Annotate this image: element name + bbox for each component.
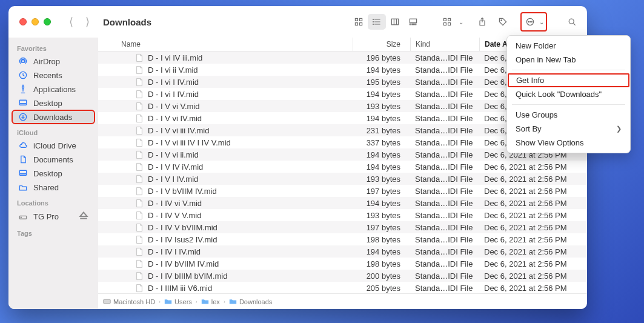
- file-name: D - I vi I IV.mid: [148, 78, 353, 87]
- sidebar-item-recents[interactable]: Recents: [12, 68, 95, 82]
- search-button[interactable]: [563, 14, 581, 30]
- path-segment[interactable]: Users: [164, 298, 192, 305]
- sidebar-item-label: iCloud Drive: [33, 141, 76, 150]
- more-actions-button[interactable]: [523, 14, 537, 30]
- sidebar-item-downloads[interactable]: Downloads: [12, 110, 95, 124]
- file-size: 198 bytes: [353, 235, 410, 244]
- file-kind: Standa…IDI File: [410, 199, 479, 208]
- menu-item-show-view-options[interactable]: Show View Options: [507, 136, 630, 150]
- file-kind: Standa…IDI File: [410, 284, 479, 293]
- file-kind: Standa…IDI File: [410, 235, 479, 244]
- file-size: 197 bytes: [353, 187, 410, 196]
- file-kind: Standa…IDI File: [410, 223, 479, 232]
- file-row[interactable]: D - I IIIM iii V6.mid205 bytesStanda…IDI…: [98, 282, 587, 293]
- svg-point-9: [373, 24, 374, 25]
- file-kind: Standa…IDI File: [410, 247, 479, 256]
- file-kind: Standa…IDI File: [410, 78, 479, 87]
- view-icon-grid[interactable]: [350, 14, 368, 30]
- menu-item-sort-by[interactable]: Sort By❯: [507, 122, 630, 136]
- sidebar-item-desktop[interactable]: Desktop: [12, 96, 95, 110]
- menu-item-get-info[interactable]: Get Info: [508, 73, 629, 87]
- file-name: D - I V bVIIM IV.mid: [148, 187, 353, 196]
- sidebar-item-documents[interactable]: Documents: [12, 153, 95, 166]
- share-button[interactable]: [473, 14, 491, 30]
- menu-item-quick-look-downloads-[interactable]: Quick Look "Downloads": [507, 87, 630, 101]
- file-row[interactable]: D - I IV vi V.mid194 bytesStanda…IDI Fil…: [98, 197, 587, 209]
- file-row[interactable]: D - I V bVIIM IV.mid197 bytesStanda…IDI …: [98, 185, 587, 197]
- sidebar-item-icloud-drive[interactable]: iCloud Drive: [12, 139, 95, 152]
- path-separator: ›: [224, 299, 225, 305]
- sidebar-item-applications[interactable]: Applications: [12, 82, 95, 96]
- sidebar-heading: iCloud: [8, 124, 98, 138]
- sidebar-item-tg-pro[interactable]: TG Pro: [12, 209, 95, 224]
- path-segment[interactable]: lex: [201, 298, 220, 305]
- file-icon: [134, 259, 144, 268]
- path-separator: ›: [196, 299, 198, 305]
- svg-point-30: [22, 60, 25, 63]
- svg-point-25: [528, 21, 529, 22]
- svg-rect-34: [19, 100, 26, 105]
- menu-item-new-folder[interactable]: New Folder: [507, 39, 630, 53]
- sidebar-item-label: Shared: [33, 183, 59, 192]
- sidebar-item-airdrop[interactable]: AirDrop: [12, 55, 95, 68]
- sidebar-heading: Locations: [8, 195, 98, 208]
- col-size[interactable]: Size: [353, 38, 410, 51]
- file-size: 194 bytes: [353, 65, 410, 75]
- path-segment[interactable]: Downloads: [229, 298, 272, 305]
- view-columns[interactable]: [386, 14, 404, 30]
- view-list[interactable]: [368, 14, 386, 30]
- menu-separator: [512, 104, 625, 105]
- file-date: Dec 6, 2021 at 2:56 PM: [479, 199, 587, 208]
- sidebar-item-desktop[interactable]: Desktop: [12, 167, 95, 180]
- file-name: D - I V vi iii IV.mid: [148, 126, 353, 135]
- file-size: 193 bytes: [353, 211, 410, 220]
- file-name: D - I IV Isus2 IV.mid: [148, 235, 353, 244]
- forward-button[interactable]: ⟩: [85, 15, 90, 28]
- menu-item-use-groups[interactable]: Use Groups: [507, 108, 630, 122]
- nav-arrows: ⟨ ⟩: [69, 15, 90, 28]
- file-date: Dec 6, 2021 at 2:56 PM: [479, 211, 587, 220]
- file-row[interactable]: D - I IV V bVIIM.mid197 bytesStanda…IDI …: [98, 221, 587, 233]
- file-row[interactable]: D - I IV V V.mid193 bytesStanda…IDI File…: [98, 209, 587, 221]
- close-button[interactable]: [19, 18, 27, 25]
- minimize-button[interactable]: [32, 18, 39, 25]
- back-button[interactable]: ⟨: [69, 15, 73, 28]
- file-icon: [134, 247, 144, 256]
- col-kind[interactable]: Kind: [410, 38, 479, 51]
- file-row[interactable]: D - I V IV iV.mid194 bytesStanda…IDI Fil…: [98, 161, 587, 173]
- path-bar: Macintosh HD›Users›lex›Downloads: [98, 293, 587, 309]
- file-row[interactable]: D - I V I IV.mid193 bytesStanda…IDI File…: [98, 173, 587, 185]
- file-name: D - I IV I IV.mid: [148, 247, 353, 256]
- svg-rect-38: [19, 170, 26, 175]
- file-row[interactable]: D - I IV bVIIM IV.mid198 bytesStanda…IDI…: [98, 258, 587, 270]
- group-by-button[interactable]: [438, 14, 456, 30]
- file-size: 194 bytes: [353, 199, 410, 208]
- file-kind: Standa…IDI File: [410, 175, 479, 184]
- svg-rect-1: [360, 18, 362, 21]
- svg-point-23: [501, 20, 502, 21]
- file-kind: Standa…IDI File: [410, 187, 479, 196]
- sidebar-item-shared[interactable]: Shared: [12, 181, 95, 194]
- file-size: 193 bytes: [353, 102, 410, 111]
- file-name: D - I V vi iii IV I IV V.mid: [148, 138, 353, 147]
- file-kind: Standa…IDI File: [410, 65, 479, 75]
- menu-item-open-in-new-tab[interactable]: Open in New Tab: [507, 53, 630, 67]
- file-name: D - I vi I IV.mid: [148, 90, 353, 99]
- zoom-button[interactable]: [44, 18, 51, 25]
- file-icon: [134, 138, 144, 147]
- file-row[interactable]: D - I IV I IV.mid194 bytesStanda…IDI Fil…: [98, 245, 587, 258]
- svg-point-28: [569, 19, 574, 24]
- file-name: D - I V vi ii.mid: [148, 150, 353, 159]
- tags-button[interactable]: [494, 14, 512, 30]
- svg-rect-17: [443, 18, 446, 21]
- file-date: Dec 6, 2021 at 2:56 PM: [479, 162, 587, 171]
- file-row[interactable]: D - I IV bIIIM bVIM.mid200 bytesStanda…I…: [98, 270, 587, 282]
- col-name[interactable]: Name: [121, 40, 353, 48]
- path-segment[interactable]: Macintosh HD: [103, 298, 155, 305]
- eject-icon[interactable]: [79, 211, 88, 222]
- sidebar-item-label: TG Pro: [33, 212, 59, 221]
- view-gallery[interactable]: [404, 14, 422, 30]
- file-icon: [134, 113, 144, 123]
- file-size: 198 bytes: [353, 259, 410, 268]
- file-row[interactable]: D - I IV Isus2 IV.mid198 bytesStanda…IDI…: [98, 233, 587, 245]
